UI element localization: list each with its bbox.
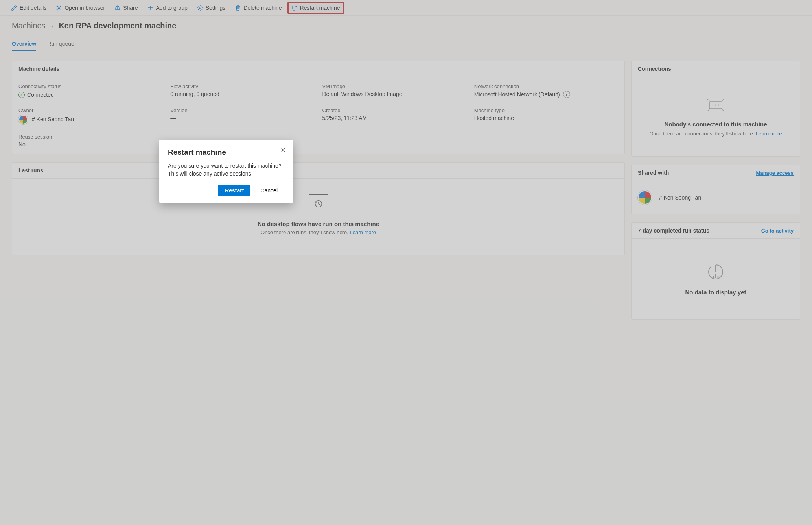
close-button[interactable] bbox=[279, 146, 287, 155]
restart-confirm-button[interactable]: Restart bbox=[218, 185, 250, 196]
cancel-button[interactable]: Cancel bbox=[254, 185, 284, 196]
dialog-title: Restart machine bbox=[168, 148, 284, 157]
modal-overlay[interactable] bbox=[0, 0, 812, 525]
close-icon bbox=[280, 147, 286, 153]
restart-machine-dialog: Restart machine Are you sure you want to… bbox=[159, 140, 293, 203]
dialog-body: Are you sure you want to restart this ma… bbox=[168, 162, 284, 177]
